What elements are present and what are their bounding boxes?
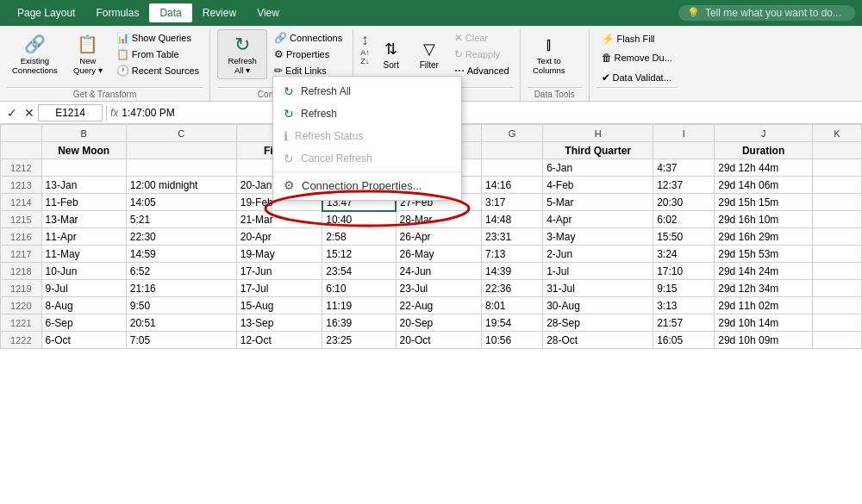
- cell-b[interactable]: 13-Jan: [41, 177, 126, 194]
- cell-d[interactable]: 17-Jul: [236, 280, 322, 297]
- cell-c[interactable]: 6:52: [126, 263, 236, 280]
- cell-e[interactable]: 11:19: [322, 297, 396, 314]
- cell-e[interactable]: 23:25: [322, 332, 396, 349]
- cell-k[interactable]: [813, 228, 862, 246]
- dropdown-refresh[interactable]: ↻ Refresh: [273, 103, 461, 125]
- cell-g[interactable]: 3:17: [482, 194, 543, 211]
- cell-g[interactable]: 14:48: [482, 211, 543, 228]
- sort-button[interactable]: ⇅ Sort: [375, 29, 408, 79]
- cell-b[interactable]: 11-Feb: [41, 194, 126, 211]
- cell-i[interactable]: 3:13: [653, 297, 715, 314]
- tab-data[interactable]: Data: [149, 3, 191, 22]
- cell-h[interactable]: 28-Sep: [543, 314, 653, 332]
- data-validation-button[interactable]: ✔ Data Validat...: [598, 70, 676, 85]
- cell-j[interactable]: 29d 16h 29m: [715, 228, 813, 246]
- cell-f[interactable]: 28-Mar: [396, 211, 482, 228]
- cell-j[interactable]: 29d 12h 34m: [715, 280, 813, 297]
- cell-g[interactable]: 14:16: [482, 177, 543, 194]
- cell-i[interactable]: 16:05: [653, 332, 715, 349]
- cell-c[interactable]: [126, 159, 236, 177]
- connections-button[interactable]: 🔗 Connections: [271, 30, 346, 46]
- cell-b[interactable]: 11-Apr: [41, 228, 126, 246]
- dropdown-connection-properties[interactable]: ⚙ Connection Properties...: [273, 171, 461, 196]
- col-header-i[interactable]: I: [653, 125, 715, 142]
- cell-h[interactable]: 1-Jul: [543, 263, 653, 280]
- cell-h[interactable]: 31-Jul: [543, 280, 653, 297]
- cell-b[interactable]: 9-Jul: [41, 280, 126, 297]
- from-table-button[interactable]: 📋 From Table: [113, 47, 203, 62]
- cell-d[interactable]: 12-Oct: [236, 332, 322, 349]
- cell-f[interactable]: 26-Apr: [396, 228, 482, 246]
- cell-h[interactable]: 3-May: [543, 228, 653, 246]
- col-header-g[interactable]: G: [482, 125, 543, 142]
- cell-k[interactable]: [813, 211, 862, 228]
- cell-f[interactable]: 20-Sep: [396, 314, 482, 332]
- cell-h[interactable]: 4-Feb: [543, 177, 653, 194]
- properties-button[interactable]: ⚙ Properties: [271, 47, 346, 62]
- cell-k[interactable]: [813, 194, 862, 211]
- cell-k[interactable]: [813, 297, 862, 314]
- cell-k[interactable]: [813, 332, 862, 349]
- search-bar[interactable]: 💡 Tell me what you want to do...: [678, 5, 855, 21]
- cell-b[interactable]: 11-May: [41, 246, 126, 263]
- cell-h[interactable]: 4-Apr: [543, 211, 653, 228]
- cell-j[interactable]: 29d 14h 06m: [715, 177, 813, 194]
- cell-i[interactable]: 17:10: [653, 263, 715, 280]
- col-header-k[interactable]: K: [813, 125, 862, 142]
- cell-h[interactable]: 5-Mar: [543, 194, 653, 211]
- cell-k[interactable]: [813, 280, 862, 297]
- cell-i[interactable]: 20:30: [653, 194, 715, 211]
- show-queries-button[interactable]: 📊 Show Queries: [113, 30, 203, 46]
- cell-c[interactable]: 20:51: [126, 314, 236, 332]
- cell-j[interactable]: 29d 10h 09m: [715, 332, 813, 349]
- cell-c[interactable]: 21:16: [126, 280, 236, 297]
- cell-h[interactable]: 28-Oct: [543, 332, 653, 349]
- existing-connections-button[interactable]: 🔗 ExistingConnections: [7, 29, 63, 79]
- cell-g[interactable]: 8:01: [482, 297, 543, 314]
- cell-d[interactable]: 15-Aug: [236, 297, 322, 314]
- cell-d[interactable]: 20-Apr: [236, 228, 322, 246]
- cell-c[interactable]: 12:00 midnight: [126, 177, 236, 194]
- recent-sources-button[interactable]: 🕐 Recent Sources: [113, 63, 203, 78]
- cell-f[interactable]: 23-Jul: [396, 280, 482, 297]
- cell-c[interactable]: 7:05: [126, 332, 236, 349]
- cell-j[interactable]: 29d 10h 14m: [715, 314, 813, 332]
- dropdown-refresh-all[interactable]: ↻ Refresh All: [273, 80, 461, 103]
- cell-k[interactable]: [813, 177, 862, 194]
- cell-c[interactable]: 14:05: [126, 194, 236, 211]
- cell-i[interactable]: 4:37: [653, 159, 715, 177]
- col-header-h[interactable]: H: [543, 125, 653, 142]
- remove-duplicates-button[interactable]: 🗑 Remove Du...: [598, 50, 676, 65]
- cell-c[interactable]: 22:30: [126, 228, 236, 246]
- cell-i[interactable]: 6:02: [653, 211, 715, 228]
- formula-input[interactable]: [122, 107, 859, 119]
- cell-reference-box[interactable]: [38, 104, 103, 121]
- new-query-button[interactable]: 📋 NewQuery ▾: [66, 29, 109, 79]
- cell-h[interactable]: 6-Jan: [543, 159, 653, 177]
- tab-review[interactable]: Review: [192, 3, 247, 22]
- cell-i[interactable]: 12:37: [653, 177, 715, 194]
- formula-cancel[interactable]: ✕: [24, 106, 34, 120]
- cell-g[interactable]: 19:54: [482, 314, 543, 332]
- cell-e[interactable]: 16:39: [322, 314, 396, 332]
- cell-b[interactable]: 6-Sep: [41, 314, 126, 332]
- cell-f[interactable]: 22-Aug: [396, 297, 482, 314]
- cell-h[interactable]: 30-Aug: [543, 297, 653, 314]
- filter-button[interactable]: ▽ Filter: [413, 29, 446, 79]
- cell-j[interactable]: 29d 12h 44m: [715, 159, 813, 177]
- cell-i[interactable]: 3:24: [653, 246, 715, 263]
- clear-button[interactable]: ✕ Clear: [451, 30, 513, 46]
- cell-f[interactable]: 26-May: [396, 246, 482, 263]
- cell-j[interactable]: 29d 15h 15m: [715, 194, 813, 211]
- refresh-all-button[interactable]: ↻ RefreshAll ▾: [217, 29, 267, 79]
- cell-b[interactable]: [41, 159, 126, 177]
- cell-e[interactable]: 6:10: [322, 280, 396, 297]
- cell-g[interactable]: 22:36: [482, 280, 543, 297]
- tab-formulas[interactable]: Formulas: [85, 3, 149, 22]
- cell-k[interactable]: [813, 263, 862, 280]
- cell-g[interactable]: 23:31: [482, 228, 543, 246]
- cell-c[interactable]: 5:21: [126, 211, 236, 228]
- cell-e[interactable]: 2:58: [322, 228, 396, 246]
- text-to-columns-button[interactable]: ⫿ Text toColumns: [528, 29, 571, 79]
- tab-view[interactable]: View: [247, 3, 290, 22]
